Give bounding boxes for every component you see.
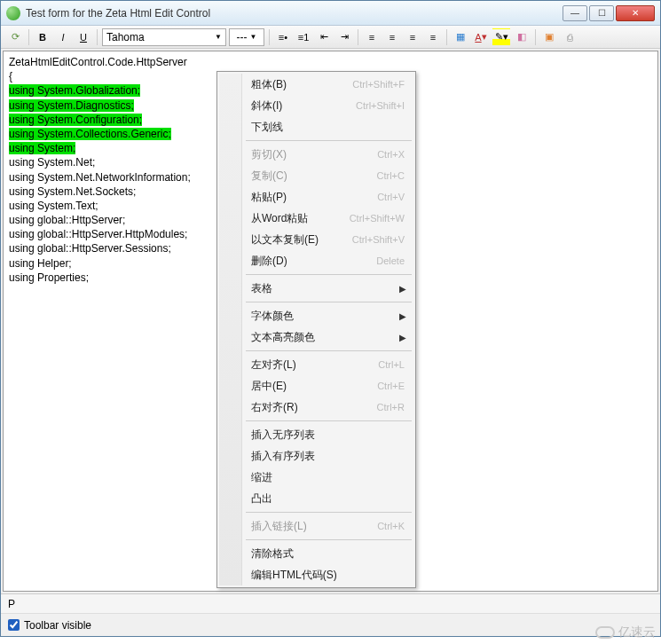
- menu-shortcut: Ctrl+L: [378, 359, 410, 370]
- toolbar-visible-checkbox[interactable]: [8, 619, 20, 631]
- menu-shortcut: Ctrl+R: [377, 402, 410, 412]
- menu-label: 剪切(X): [246, 147, 377, 162]
- menu-item-italic[interactable]: I斜体(I)Ctrl+Shift+I: [219, 95, 413, 116]
- separator: [446, 29, 447, 45]
- highlight-button[interactable]: ✎▾: [492, 28, 510, 46]
- align-left-button[interactable]: ≡: [363, 28, 381, 46]
- separator: [535, 29, 536, 45]
- menu-item-link: 🔗插入链接(L)Ctrl+K: [219, 515, 413, 537]
- menu-item-align-left[interactable]: ≡左对齐(L)Ctrl+L: [219, 354, 413, 375]
- menu-label: 凸出: [246, 491, 410, 507]
- menu-shortcut: Ctrl+Shift+V: [352, 234, 410, 245]
- menu-shortcut: Delete: [376, 255, 410, 266]
- menu-item-align-center[interactable]: ≡居中(E)Ctrl+E: [219, 375, 413, 397]
- menu-label: 左对齐(L): [246, 357, 378, 373]
- menu-item-font-color[interactable]: A字体颜色▶: [219, 305, 413, 326]
- menu-shortcut: Ctrl+E: [377, 381, 410, 391]
- outdent-button[interactable]: ⇤: [315, 28, 333, 46]
- toolbar: ⟳ B I U Tahoma ▼ --- ▼ ≡• ≡1 ⇤ ⇥ ≡ ≡ ≡ ≡…: [1, 26, 660, 49]
- font-color-button[interactable]: A▾: [472, 28, 490, 46]
- menu-label: 清除格式: [246, 546, 410, 562]
- menu-shortcut: Ctrl+Shift+W: [350, 213, 410, 224]
- align-center-button[interactable]: ≡: [383, 28, 401, 46]
- italic-button[interactable]: I: [54, 28, 72, 46]
- menu-separator: [246, 302, 412, 302]
- submenu-arrow-icon: ▶: [399, 311, 410, 321]
- bold-button[interactable]: B: [34, 28, 51, 46]
- menu-item-html[interactable]: <>编辑HTML代码(S): [219, 564, 413, 585]
- menu-item-indent[interactable]: ⇥缩进: [219, 467, 413, 488]
- font-select[interactable]: Tahoma ▼: [102, 28, 226, 46]
- menu-label: 表格: [246, 281, 399, 296]
- menu-label: 复制(C): [246, 169, 377, 184]
- menu-label: 插入无序列表: [246, 428, 410, 443]
- menu-label: 缩进: [246, 470, 410, 485]
- menu-item-align-right[interactable]: ≡右对齐(R)Ctrl+R: [219, 397, 413, 418]
- refresh-icon[interactable]: ⟳: [6, 28, 24, 46]
- size-value: ---: [237, 31, 248, 43]
- menu-item-eraser[interactable]: ◧清除格式: [219, 543, 413, 564]
- status-bar: P: [1, 593, 660, 613]
- eraser-button[interactable]: ◧: [513, 28, 531, 46]
- menu-item-outdent[interactable]: ⇤凸出: [219, 488, 413, 509]
- justify-button[interactable]: ≡: [424, 28, 442, 46]
- menu-shortcut: Ctrl+Shift+F: [352, 79, 410, 90]
- image-button[interactable]: ▦: [452, 28, 469, 46]
- menu-shortcut: Ctrl+C: [377, 170, 410, 181]
- menu-shortcut: Ctrl+X: [377, 149, 410, 160]
- print-button[interactable]: ⎙: [561, 28, 578, 46]
- separator: [269, 29, 270, 45]
- status-text: P: [8, 598, 15, 610]
- chevron-down-icon: ▼: [250, 33, 257, 41]
- ul-button[interactable]: ≡•: [274, 28, 292, 46]
- menu-label: 文本高亮颜色: [246, 330, 399, 345]
- picture-button[interactable]: ▣: [540, 28, 558, 46]
- menu-label: 斜体(I): [246, 98, 356, 114]
- submenu-arrow-icon: ▶: [399, 284, 410, 294]
- menu-label: 粘贴(P): [246, 190, 377, 205]
- menu-item-delete[interactable]: ✖删除(D)Delete: [219, 250, 413, 271]
- menu-separator: [246, 420, 412, 421]
- size-select[interactable]: --- ▼: [229, 28, 264, 46]
- maximize-button[interactable]: ☐: [589, 5, 614, 21]
- menu-separator: [246, 140, 412, 141]
- menu-item-ol[interactable]: ≡插入有序列表: [219, 445, 413, 467]
- separator: [97, 29, 98, 45]
- underline-button[interactable]: U: [75, 28, 92, 46]
- ol-button[interactable]: ≡1: [295, 28, 312, 46]
- menu-label: 字体颜色: [246, 309, 399, 324]
- menu-label: 插入链接(L): [246, 519, 377, 534]
- minimize-button[interactable]: —: [563, 5, 587, 21]
- titlebar[interactable]: Test form for the Zeta Html Edit Control…: [1, 1, 660, 26]
- menu-item-copy: ⎘复制(C)Ctrl+C: [219, 165, 413, 186]
- window-buttons: — ☐ ✕: [561, 5, 655, 21]
- menu-label: 右对齐(R): [246, 400, 377, 415]
- options-row: Toolbar visible: [1, 613, 660, 636]
- menu-separator: [246, 274, 412, 275]
- menu-item-underline[interactable]: U下划线: [219, 116, 413, 137]
- watermark: 亿速云: [595, 624, 656, 640]
- menu-label: 下划线: [246, 120, 410, 135]
- window-title: Test form for the Zeta Html Edit Control: [26, 7, 561, 20]
- align-right-button[interactable]: ≡: [404, 28, 421, 46]
- menu-item-copy-text[interactable]: ⎘以文本复制(E)Ctrl+Shift+V: [219, 229, 413, 250]
- app-icon: [6, 6, 20, 20]
- menu-label: 删除(D): [246, 254, 376, 269]
- toolbar-visible-label: Toolbar visible: [24, 619, 91, 632]
- menu-label: 从Word粘贴: [246, 211, 350, 226]
- menu-shortcut: Ctrl+V: [377, 192, 410, 202]
- menu-item-bold[interactable]: B粗体(B)Ctrl+Shift+F: [219, 74, 413, 95]
- context-menu[interactable]: B粗体(B)Ctrl+Shift+FI斜体(I)Ctrl+Shift+IU下划线…: [216, 71, 416, 588]
- separator: [28, 29, 29, 45]
- close-button[interactable]: ✕: [616, 5, 655, 21]
- menu-separator: [246, 539, 412, 540]
- menu-item-paste[interactable]: 📋粘贴(P)Ctrl+V: [219, 186, 413, 208]
- cloud-icon: [595, 626, 615, 639]
- menu-item-ul[interactable]: ≡插入无序列表: [219, 424, 413, 445]
- menu-item-paste-word[interactable]: 📋从Word粘贴Ctrl+Shift+W: [219, 208, 413, 229]
- menu-item-highlight[interactable]: ✎文本高亮颜色▶: [219, 326, 413, 348]
- menu-item-table[interactable]: ▦表格▶: [219, 278, 413, 299]
- chevron-down-icon: ▼: [215, 33, 222, 41]
- indent-button[interactable]: ⇥: [335, 28, 353, 46]
- menu-separator: [246, 512, 412, 513]
